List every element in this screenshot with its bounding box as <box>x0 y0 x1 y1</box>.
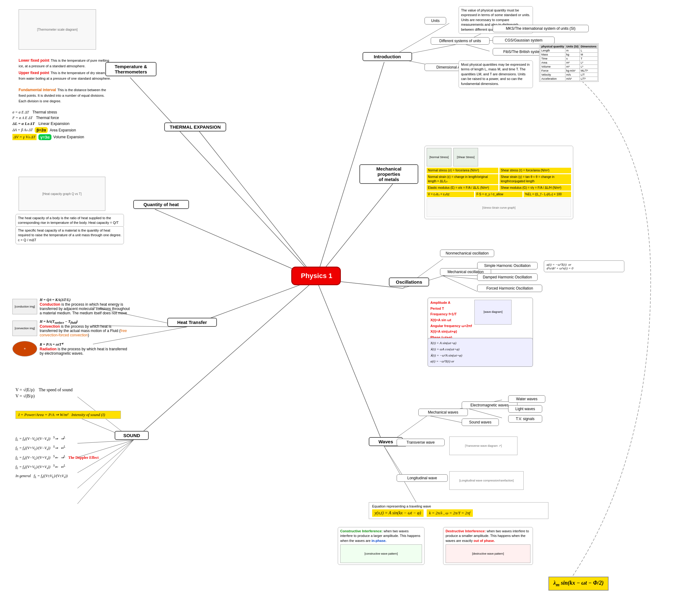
dho-node: Damped Harmonic Oscillation <box>477 273 538 281</box>
nonmech-osc-node: Nonmechanical oscillation <box>440 250 494 257</box>
osc-deriv-box: X(t) = A sin(ωt+φ) ẋ(t) = ωA cos(ωt+φ) ẍ… <box>428 338 533 367</box>
units-table: physical quantityUnits (SI)Dimensions Le… <box>540 44 598 81</box>
topic-introduction: Introduction <box>362 52 412 61</box>
cgs-node: CGS/Gaussian system <box>493 37 555 44</box>
sound-intensity-box: I = Power/Area = P/A ⇒ W/m² Intensity of… <box>16 411 121 419</box>
shm-formula-box: a(t) = −ω²X(t) ord²x/dt² + ω²x(t) = 0 <box>544 261 624 272</box>
shm-node: Simple Harmonic Oscillation <box>477 262 538 269</box>
lower-fixed-box: Lower fixed point This is the temperatur… <box>19 57 112 68</box>
longitudinal-wave-node: Longitudinal wave <box>396 474 448 482</box>
subtopic-diff-systems: Different systems of units <box>431 37 490 45</box>
heat-graph: [Heat capacity graph Q vs T] <box>19 177 105 211</box>
svg-line-6 <box>316 183 393 279</box>
svg-line-26 <box>428 415 465 423</box>
thermal-formulas-box: σ = α E ΔT Thermal stress F = α A E ΔT T… <box>12 110 112 141</box>
center-node: Physics 1 <box>291 267 341 285</box>
subtopic-units: Units <box>424 17 446 24</box>
fundamental-interval-box: Fundamental interval This is the distanc… <box>19 87 112 103</box>
topic-sound: SOUND <box>115 431 149 440</box>
topic-thermal-expansion: THERMAL EXPANSION <box>164 122 226 131</box>
osc-params-box: Amplitude A Period T Frequency f=1/T X(t… <box>428 298 533 343</box>
transverse-wave-node: Transverse wave <box>396 439 445 446</box>
light-waves-node: Light waves <box>508 405 542 413</box>
specific-heat-text: The specific heat capacity of a material… <box>16 226 124 244</box>
svg-line-25 <box>465 408 502 418</box>
center-label: Physics 1 <box>301 272 333 280</box>
mechanical-waves-node: Mechanical waves <box>418 409 468 416</box>
traveling-wave-box: Equation representing a traveling wave y… <box>369 502 548 519</box>
transverse-wave-img: [Transverse wave diagram ↗] <box>449 436 518 455</box>
svg-line-1 <box>198 130 316 279</box>
conduction-row: [conduction img] H = Q/t = KA(ΔT/L) Cond… <box>12 298 130 315</box>
svg-line-18 <box>443 276 477 279</box>
constructive-interference-box: Constructive Interference: when two wave… <box>338 527 424 565</box>
mechanical-formulas-box: [Normal Stress] [Shear Stress] Normal st… <box>424 146 573 219</box>
sound-speed-box: V = √(E/ρ) The speed of sound V = √(B/ρ) <box>16 387 102 399</box>
dim-info-box: Most physical quantities may be expresse… <box>459 61 533 88</box>
final-formula-box: λm sin(kx − ωt − Φ/2) <box>548 577 609 590</box>
topic-heat-transfer: Heat Transfer <box>167 318 217 327</box>
mks-node: MKS/The international system of units (S… <box>493 25 589 32</box>
sound-waves-node: Sound waves <box>462 418 499 426</box>
doppler-formulas: fL = fs((V−VL)/(V−Vs)) S⇒ ⇒L fL = fs((V+… <box>16 434 115 481</box>
upper-fixed-box: Upper fixed point This is the temperatur… <box>19 70 112 81</box>
water-waves-node: Water waves <box>508 395 545 403</box>
topic-temperature: Temperature &Thermometers <box>105 62 156 76</box>
svg-line-5 <box>133 279 316 440</box>
topic-mechanical-props: Mechanicalpropertiesof metals <box>359 164 418 184</box>
topic-oscillations: Oscillations <box>389 278 429 286</box>
svg-line-19 <box>443 276 477 292</box>
destructive-interference-box: Destructive Interference: when two waves… <box>443 527 533 565</box>
svg-line-8 <box>316 279 384 446</box>
tv-signals-node: T.V. signals <box>508 415 542 422</box>
thermometer-image: [Thermometer scale diagram] <box>19 9 96 50</box>
mind-map: Physics 1 Introduction Units The value o… <box>0 0 695 616</box>
fho-node: Forced Harmonic Oscillation <box>477 285 542 292</box>
units-table-container: physical quantityUnits (SI)Dimensions Le… <box>539 44 599 82</box>
longitudinal-wave-img: [Longitudinal wave compression/rarefacti… <box>449 471 524 490</box>
svg-line-2 <box>130 78 316 279</box>
heat-capacity-text: The heat capacity of a body is the ratio… <box>16 214 124 227</box>
radiation-row: ☀ R = P/A = εσT⁴ Radiation is the proces… <box>12 341 130 356</box>
convection-row: [convection img] H = hA(Tsurface − Tflui… <box>12 319 130 337</box>
topic-quantity-heat: Quantity of heat <box>133 200 189 209</box>
